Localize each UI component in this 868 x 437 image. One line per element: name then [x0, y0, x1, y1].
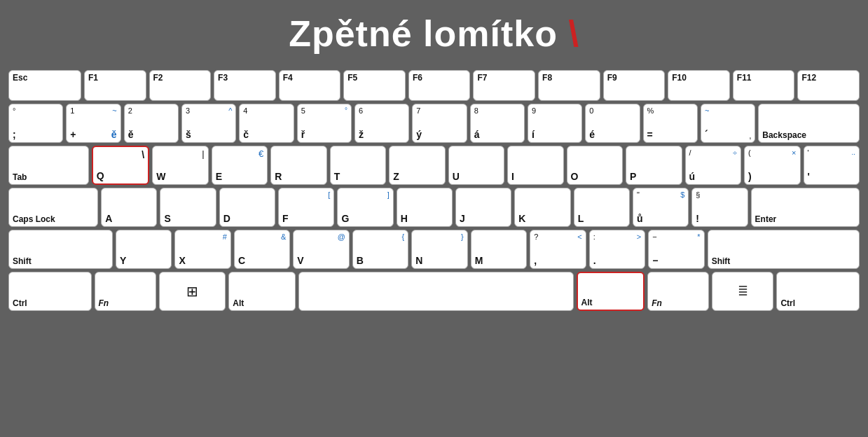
key-semicolon[interactable]: "$ ů	[633, 188, 689, 227]
key-s[interactable]: S	[160, 188, 216, 227]
key-capslock[interactable]: Caps Lock	[8, 188, 98, 227]
key-9[interactable]: 9 í	[528, 104, 582, 143]
key-5[interactable]: 5° ř	[297, 104, 352, 143]
key-backspace[interactable]: Backspace	[758, 104, 860, 143]
key-f5[interactable]: F5	[343, 70, 406, 101]
key-ctrl-left[interactable]: Ctrl	[8, 272, 92, 311]
title-backslash: \	[568, 13, 579, 54]
key-alt-right[interactable]: Alt	[577, 272, 645, 311]
key-shift-right[interactable]: Shift	[708, 230, 860, 269]
key-j[interactable]: J	[455, 188, 511, 227]
title-text: Zpětné lomítko \	[289, 13, 579, 54]
key-n[interactable]: } N	[411, 230, 467, 269]
key-v[interactable]: @ V	[293, 230, 349, 269]
asdf-row: Caps Lock A S D [ F ] G H J K L "$ ů §	[8, 188, 860, 227]
key-backslash3[interactable]: '.. '	[804, 146, 860, 185]
key-f12[interactable]: F12	[797, 70, 860, 101]
key-lbracket[interactable]: /÷ ú	[685, 146, 741, 185]
key-f4[interactable]: F4	[279, 70, 341, 101]
key-7[interactable]: 7 ý	[412, 104, 467, 143]
key-2[interactable]: 2 ě	[124, 104, 179, 143]
key-k[interactable]: K	[514, 188, 570, 227]
key-i[interactable]: I	[507, 146, 563, 185]
key-alt-left[interactable]: Alt	[228, 272, 296, 311]
key-c[interactable]: & C	[234, 230, 290, 269]
key-h[interactable]: H	[397, 188, 453, 227]
key-enter[interactable]: Enter	[751, 188, 860, 227]
key-f11[interactable]: F11	[733, 70, 795, 101]
key-0[interactable]: 0 é	[585, 104, 640, 143]
key-fn-right[interactable]: Fn	[647, 272, 709, 311]
title-bar: Zpětné lomítko \	[0, 0, 868, 64]
zxcv-row: Shift Y # X & C @ V { B } N M	[8, 230, 860, 269]
key-d[interactable]: D	[219, 188, 275, 227]
key-tilde[interactable]: ~ ´,	[701, 104, 755, 143]
key-rbracket[interactable]: (× )	[744, 146, 800, 185]
key-o[interactable]: O	[567, 146, 623, 185]
number-row: ° ; 1~ +ě 2 ě 3^ š 4 č 5° ř	[8, 104, 860, 143]
key-f8[interactable]: F8	[538, 70, 600, 101]
key-f2[interactable]: F2	[149, 70, 212, 101]
key-shift-left[interactable]: Shift	[8, 230, 113, 269]
bottom-row: Ctrl Fn ⊞ Alt Alt Fn ≣	[8, 272, 860, 311]
qwerty-row: Tab \ Q | W € E R T	[8, 146, 860, 185]
key-ctrl-right[interactable]: Ctrl	[776, 272, 860, 311]
key-f[interactable]: [ F	[278, 188, 334, 227]
key-x[interactable]: # X	[174, 230, 230, 269]
fn-key-row: Esc F1 F2 F3 F4 F5 F6 F7 F8 F9 F10 F11 F…	[8, 70, 860, 101]
key-u[interactable]: U	[448, 146, 504, 185]
key-1[interactable]: 1~ +ě	[66, 104, 120, 143]
key-3[interactable]: 3^ š	[181, 104, 236, 143]
key-6[interactable]: 6 ž	[354, 104, 409, 143]
key-l[interactable]: L	[574, 188, 630, 227]
key-r[interactable]: R	[270, 146, 326, 185]
key-slash[interactable]: −* −	[648, 230, 704, 269]
key-b[interactable]: { B	[352, 230, 408, 269]
key-win[interactable]: ⊞	[159, 272, 226, 311]
key-period[interactable]: :> .	[589, 230, 645, 269]
key-t[interactable]: T	[330, 146, 386, 185]
key-f10[interactable]: F10	[668, 70, 730, 101]
key-percent[interactable]: % =	[643, 104, 698, 143]
key-f7[interactable]: F7	[473, 70, 535, 101]
key-esc[interactable]: Esc	[8, 70, 81, 101]
key-comma[interactable]: ?< ,	[530, 230, 586, 269]
key-fn-left[interactable]: Fn	[95, 272, 156, 311]
keyboard: Esc F1 F2 F3 F4 F5 F6 F7 F8 F9 F10 F11 F…	[0, 64, 868, 437]
key-p[interactable]: P	[626, 146, 682, 185]
key-f3[interactable]: F3	[214, 70, 276, 101]
key-f9[interactable]: F9	[603, 70, 666, 101]
key-q[interactable]: \ Q	[92, 146, 149, 185]
key-f6[interactable]: F6	[408, 70, 471, 101]
key-menu[interactable]: ≣	[712, 272, 773, 311]
key-w[interactable]: | W	[152, 146, 208, 185]
title-main: Zpětné lomítko	[289, 13, 558, 54]
key-f1[interactable]: F1	[84, 70, 146, 101]
key-g[interactable]: ] G	[337, 188, 393, 227]
key-y[interactable]: Y	[116, 230, 172, 269]
key-z[interactable]: Z	[389, 146, 445, 185]
key-e[interactable]: € E	[212, 146, 268, 185]
key-8[interactable]: 8 á	[470, 104, 525, 143]
key-backtick[interactable]: ° ;	[8, 104, 63, 143]
app-container: Zpětné lomítko \ Esc F1 F2 F3 F4 F5 F6 F…	[0, 0, 868, 437]
key-a[interactable]: A	[101, 188, 157, 227]
key-m[interactable]: M	[471, 230, 527, 269]
key-tab[interactable]: Tab	[8, 146, 89, 185]
key-quote[interactable]: § !	[691, 188, 748, 227]
key-4[interactable]: 4 č	[239, 104, 294, 143]
key-space[interactable]	[298, 272, 574, 311]
